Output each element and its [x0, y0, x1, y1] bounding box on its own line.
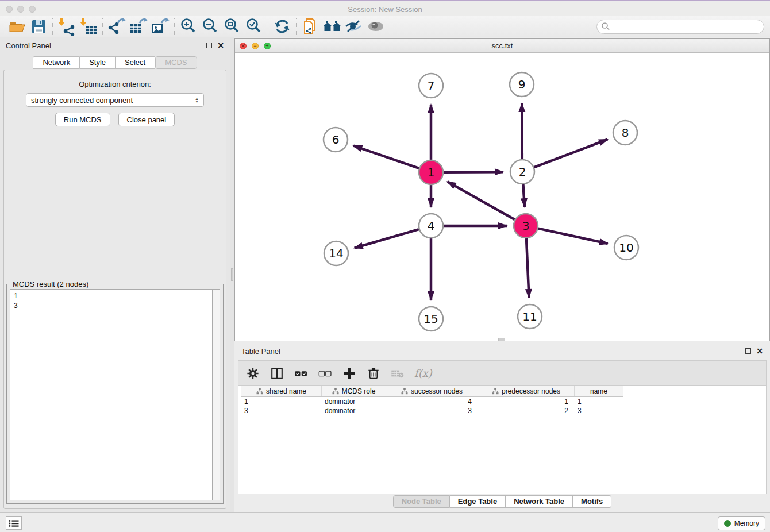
network-maximize-button[interactable]: + [264, 43, 271, 49]
graph-node-label-14: 14 [329, 246, 343, 260]
close-panel-button[interactable]: Close panel [118, 113, 175, 126]
cell-predecessor-nodes[interactable]: 1 [478, 397, 574, 406]
delete-table-icon [390, 365, 405, 381]
tab-mcds[interactable]: MCDS [155, 56, 197, 69]
mcds-result-scrollbar[interactable] [213, 289, 220, 500]
save-session-icon[interactable] [28, 17, 49, 36]
tab-node-table[interactable]: Node Table [393, 495, 450, 508]
hide-selected-icon[interactable] [343, 17, 365, 36]
criterion-select[interactable]: strongly connected component ▲▼ [26, 93, 204, 107]
column-header-predecessor-nodes[interactable]: predecessor nodes [478, 386, 575, 396]
select-stepper-icon: ▲▼ [195, 97, 199, 103]
tree-icon [332, 388, 339, 395]
zoom-selected-icon[interactable] [243, 17, 265, 36]
run-mcds-button[interactable]: Run MCDS [55, 113, 110, 126]
memory-label: Memory [734, 519, 759, 527]
column-header-successor-nodes[interactable]: successor nodes [386, 386, 478, 396]
export-table-icon[interactable] [128, 17, 149, 36]
graph-edge-3-1[interactable] [448, 182, 515, 219]
graph-edge-1-6[interactable] [353, 146, 419, 168]
cell-name[interactable]: 1 [574, 397, 623, 406]
graph-edge-1-2[interactable] [444, 172, 503, 172]
table-row[interactable]: 1 dominator 4 1 1 [241, 397, 623, 406]
search-input[interactable] [596, 20, 764, 34]
splitter-handle[interactable] [231, 268, 233, 281]
cell-name[interactable]: 3 [574, 406, 623, 415]
zoom-fit-icon[interactable] [221, 17, 243, 36]
close-table-panel-icon[interactable]: ✕ [756, 348, 763, 354]
refresh-layout-icon[interactable] [271, 17, 293, 36]
function-builder-icon: f(x) [414, 367, 432, 379]
settings-gear-icon[interactable] [245, 365, 260, 381]
tab-style[interactable]: Style [80, 56, 116, 69]
memory-button[interactable]: Memory [718, 516, 765, 530]
panel-splitter[interactable] [230, 37, 234, 512]
graph-edge-2-3[interactable] [523, 184, 524, 207]
delete-column-icon[interactable] [366, 365, 381, 381]
network-graph[interactable]: 1234678910111415 [235, 53, 769, 341]
cell-predecessor-nodes[interactable]: 2 [478, 406, 574, 415]
toolbar-separator [296, 18, 297, 35]
export-network-icon[interactable] [106, 17, 128, 36]
import-table-icon[interactable] [78, 17, 99, 36]
open-session-icon[interactable] [6, 17, 28, 36]
cell-mcds-role[interactable]: dominator [321, 397, 386, 406]
optimization-criterion-label: Optimization criterion: [4, 80, 226, 88]
graph-edge-2-9[interactable] [522, 103, 522, 159]
cell-shared-name[interactable]: 1 [241, 397, 321, 406]
export-image-icon[interactable] [149, 17, 171, 36]
float-panel-icon[interactable] [206, 43, 212, 48]
network-close-button[interactable]: ✕ [240, 43, 247, 49]
graph-node-label-3: 3 [522, 219, 530, 233]
zoom-in-icon[interactable] [178, 17, 199, 36]
import-network-icon[interactable] [56, 17, 78, 36]
new-network-from-selection-icon[interactable] [299, 17, 321, 36]
close-panel-icon[interactable]: ✕ [217, 43, 224, 48]
toolbar-separator [102, 18, 103, 35]
add-column-icon[interactable] [342, 365, 357, 381]
network-window-titlebar[interactable]: ✕ − + scc.txt [235, 39, 769, 53]
mcds-result-box: MCDS result (2 nodes) 1 3 [6, 284, 224, 504]
tab-select[interactable]: Select [116, 56, 155, 69]
column-header-mcds-role[interactable]: MCDS role [322, 386, 386, 396]
cell-mcds-role[interactable]: dominator [321, 406, 386, 415]
graph-edge-3-10[interactable] [538, 229, 607, 244]
tab-network[interactable]: Network [33, 56, 80, 69]
graph-node-label-11: 11 [522, 310, 537, 323]
network-canvas[interactable]: 1234678910111415 [235, 53, 769, 341]
graph-edge-3-11[interactable] [526, 238, 529, 298]
deselect-all-columns-icon[interactable] [318, 365, 333, 381]
mcds-result-legend: MCDS result (2 nodes) [10, 280, 91, 288]
graph-node-label-4: 4 [428, 219, 435, 233]
table-row[interactable]: 3 dominator 3 2 3 [241, 406, 623, 415]
column-header-shared-name[interactable]: shared name [241, 386, 322, 396]
table-toolbar: f(x) [238, 360, 767, 386]
graph-edge-2-8[interactable] [534, 140, 608, 167]
graph-node-label-10: 10 [619, 241, 633, 255]
column-header-name[interactable]: name [575, 386, 623, 396]
tree-icon [401, 388, 408, 395]
network-window-title: scc.txt [235, 41, 769, 50]
select-all-columns-icon[interactable] [294, 365, 309, 381]
graph-node-label-2: 2 [519, 165, 526, 179]
first-neighbors-icon[interactable] [321, 17, 343, 36]
graph-edge-4-14[interactable] [355, 229, 419, 248]
tab-edge-table[interactable]: Edge Table [450, 495, 506, 508]
table-header-row: shared name MCDS role successor nodes pr… [241, 386, 623, 397]
table-panel-title: Table Panel [241, 347, 280, 356]
task-history-button[interactable] [6, 516, 22, 530]
cell-successor-nodes[interactable]: 3 [386, 406, 478, 415]
zoom-out-icon[interactable] [199, 17, 221, 36]
canvas-resize-handle[interactable] [498, 338, 505, 341]
network-minimize-button[interactable]: − [252, 43, 259, 49]
tab-motifs[interactable]: Motifs [573, 495, 611, 508]
split-columns-icon[interactable] [270, 365, 284, 381]
control-panel-title: Control Panel [6, 41, 51, 50]
search-icon [601, 22, 610, 33]
toolbar-separator [174, 18, 175, 35]
tab-network-table[interactable]: Network Table [506, 495, 573, 508]
cell-successor-nodes[interactable]: 4 [386, 397, 478, 406]
float-table-panel-icon[interactable] [745, 348, 751, 354]
cell-shared-name[interactable]: 3 [241, 406, 321, 415]
show-all-icon[interactable] [365, 17, 387, 36]
